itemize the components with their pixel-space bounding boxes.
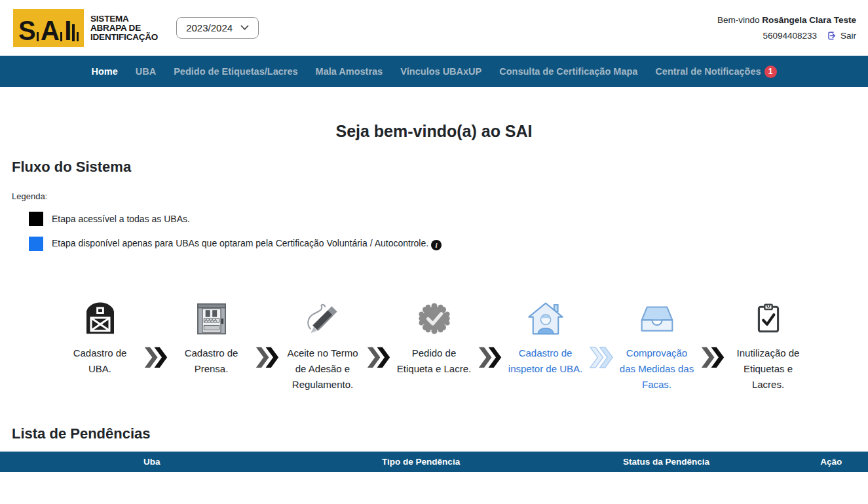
flow-step-aceite-termo[interactable]: Aceite no Termo de Adesão e Regulamento. (284, 300, 362, 393)
legend-item-voluntary: Etapa disponível apenas para UBAs que op… (29, 237, 868, 251)
system-flow: Cadastro de UBA. (0, 300, 868, 393)
nav-item-home[interactable]: Home (91, 66, 117, 77)
nav-label: Vínculos UBAxUP (400, 66, 481, 77)
logo-wordmark-line: IDENTIFICAÇÃO (90, 33, 158, 42)
nav-item-mala-amostras[interactable]: Mala Amostras (316, 66, 383, 77)
flow-step-label: Pedido de Etiqueta e Lacre. (396, 345, 473, 377)
flow-step-pedido-etiqueta[interactable]: Pedido de Etiqueta e Lacre. (396, 300, 473, 377)
flow-step-label: Cadastro de UBA. (62, 345, 139, 377)
user-area: Bem-vindo Rosângela Clara Teste 56094408… (717, 15, 856, 41)
barn-icon (82, 300, 119, 338)
logout-label: Sair (840, 31, 856, 41)
column-header-tipo-pendencia: Tipo de Pendência (304, 457, 538, 467)
nav-label: Home (91, 66, 117, 77)
greeting-label: Bem-vindo (717, 15, 760, 25)
harvest-year-dropdown[interactable]: 2023/2024 (176, 17, 259, 39)
logo-bar (72, 24, 74, 41)
legend-text: Etapa acessível a todas as UBAs. (52, 214, 190, 224)
logo-wordmark-line: SISTEMA (90, 14, 158, 24)
legend-label: Legenda: (12, 191, 868, 201)
flow-step-cadastro-inspetor[interactable]: Cadastro de inspetor de UBA. (507, 300, 584, 377)
flow-step-label: Cadastro de Prensa. (173, 345, 250, 377)
page-title: Seja bem-vindo(a) ao SAI (0, 122, 868, 141)
press-machine-icon (193, 300, 230, 338)
pending-table: Uba Tipo de Pendência Status da Pendênci… (0, 452, 868, 472)
flow-step-cadastro-uba[interactable]: Cadastro de UBA. (62, 300, 139, 377)
notification-count-badge: 1 (764, 66, 777, 78)
flow-step-label: Cadastro de inspetor de UBA. (507, 345, 584, 377)
flow-step-label: Comprovação das Medidas das Facas. (618, 345, 696, 393)
nav-label: Central de Notificações (655, 66, 761, 77)
flow-chevron-connector-dark (144, 347, 168, 368)
user-name: Rosângela Clara Teste (762, 15, 856, 25)
legend-text: Etapa disponível apenas para UBAs que op… (52, 238, 442, 250)
nav-label: UBA (136, 66, 156, 77)
nav-label: Mala Amostras (316, 66, 383, 77)
flow-step-label: Aceite no Termo de Adesão e Regulamento. (284, 345, 362, 393)
logo-bar (37, 32, 39, 41)
column-header-uba: Uba (0, 457, 304, 467)
user-document: 56094408233 (763, 31, 817, 41)
nav-label: Consulta de Certificação Mapa (499, 66, 637, 77)
welcome-greeting: Bem-vindo Rosângela Clara Teste (717, 15, 856, 25)
nav-item-consulta-certificacao-mapa[interactable]: Consulta de Certificação Mapa (499, 66, 637, 77)
seal-check-icon (417, 300, 452, 338)
flow-section-title: Fluxo do Sistema (0, 159, 868, 176)
nav-item-uba[interactable]: UBA (136, 66, 156, 77)
logo-letter: I (64, 19, 70, 41)
main-navbar: Home UBA Pedido de Etiquetas/Lacres Mala… (0, 56, 868, 87)
logo-letter: S (18, 19, 35, 41)
legend-text-inner: Etapa disponível apenas para UBAs que op… (52, 238, 428, 248)
clipboard-check-icon (752, 300, 785, 338)
nav-label: Pedido de Etiquetas/Lacres (174, 66, 297, 77)
flow-step-label: Inutilização de Etiquetas e Lacres. (730, 345, 807, 393)
nav-item-vinculos-ubaxup[interactable]: Vínculos UBAxUP (400, 66, 481, 77)
logout-button[interactable]: Sair (826, 30, 856, 41)
house-inspector-icon (527, 300, 564, 338)
nav-item-central-notificacoes[interactable]: Central de Notificações 1 (655, 66, 776, 78)
flow-chevron-connector-dark (255, 347, 279, 368)
tray-icon (639, 300, 675, 338)
flow-step-cadastro-prensa[interactable]: Cadastro de Prensa. (173, 300, 250, 377)
blue-square-swatch (29, 237, 43, 251)
info-icon[interactable] (431, 240, 442, 250)
sai-logo: S A I SISTEMA ABRAPA DE IDENTIFICAÇÃO (13, 9, 158, 47)
flow-chevron-connector-light (590, 347, 613, 368)
logo-wordmark: SISTEMA ABRAPA DE IDENTIFICAÇÃO (90, 14, 158, 42)
column-header-acao: Ação (794, 457, 868, 467)
legend-item-all-ubas: Etapa acessível a todas as UBAs. (29, 212, 868, 226)
flow-chevron-connector-dark (367, 347, 390, 368)
logo-letter: A (41, 19, 58, 41)
flow-step-inutilizacao[interactable]: Inutilização de Etiquetas e Lacres. (730, 300, 807, 393)
column-header-status-pendencia: Status da Pendência (538, 457, 795, 467)
logo-wordmark-line: ABRAPA DE (90, 24, 158, 33)
top-header: S A I SISTEMA ABRAPA DE IDENTIFICAÇÃO 20… (0, 0, 868, 56)
main-content: Seja bem-vindo(a) ao SAI Fluxo do Sistem… (0, 122, 868, 472)
sai-logo-mark: S A I (13, 9, 84, 47)
sai-home-page: S A I SISTEMA ABRAPA DE IDENTIFICAÇÃO 20… (0, 0, 868, 504)
flow-chevron-connector-dark (701, 347, 725, 368)
logout-icon (826, 30, 837, 41)
chevron-down-icon (240, 25, 249, 31)
logo-bar (60, 32, 62, 41)
harvest-year-value: 2023/2024 (186, 22, 233, 33)
pending-section-title: Lista de Pendências (0, 425, 868, 442)
signature-pen-icon (305, 300, 341, 338)
flow-chevron-connector-dark (478, 347, 502, 368)
nav-item-pedido-etiquetas-lacres[interactable]: Pedido de Etiquetas/Lacres (174, 66, 297, 77)
logo-bar (77, 32, 79, 41)
pending-table-header: Uba Tipo de Pendência Status da Pendênci… (0, 452, 868, 472)
flow-step-comprovacao-facas[interactable]: Comprovação das Medidas das Facas. (618, 300, 696, 393)
black-square-swatch (29, 212, 43, 226)
